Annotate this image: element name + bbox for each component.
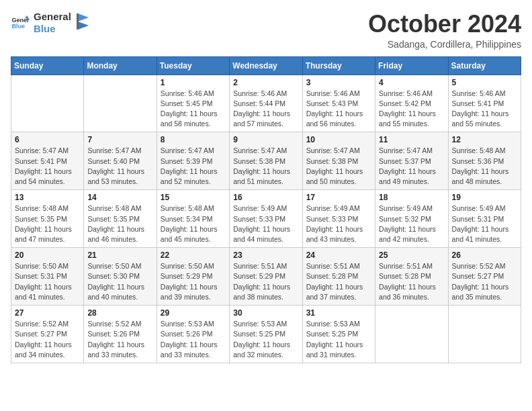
- day-number: 26: [452, 250, 517, 260]
- page-subtitle: Sadanga, Cordillera, Philippines: [368, 39, 521, 50]
- day-number: 22: [161, 250, 226, 260]
- calendar-cell: [84, 75, 157, 132]
- svg-marker-4: [78, 13, 89, 21]
- calendar-cell: 22Sunrise: 5:50 AMSunset: 5:29 PMDayligh…: [157, 248, 229, 306]
- day-number: 6: [15, 135, 80, 144]
- calendar-cell: 26Sunrise: 5:52 AMSunset: 5:27 PMDayligh…: [448, 248, 521, 306]
- column-header-monday: Monday: [84, 56, 157, 75]
- calendar-cell: 21Sunrise: 5:50 AMSunset: 5:30 PMDayligh…: [84, 248, 157, 306]
- calendar-cell: 3Sunrise: 5:46 AMSunset: 5:43 PMDaylight…: [302, 75, 375, 132]
- calendar-table: SundayMondayTuesdayWednesdayThursdayFrid…: [11, 56, 521, 363]
- logo-flag-icon: [75, 12, 90, 31]
- day-number: 2: [233, 78, 298, 87]
- day-info: Sunrise: 5:53 AMSunset: 5:25 PMDaylight:…: [233, 319, 298, 360]
- calendar-cell: 11Sunrise: 5:47 AMSunset: 5:37 PMDayligh…: [375, 132, 448, 190]
- column-header-tuesday: Tuesday: [157, 56, 229, 75]
- calendar-cell: 27Sunrise: 5:52 AMSunset: 5:27 PMDayligh…: [11, 306, 84, 363]
- calendar-header: SundayMondayTuesdayWednesdayThursdayFrid…: [11, 56, 521, 75]
- calendar-cell: 30Sunrise: 5:53 AMSunset: 5:25 PMDayligh…: [230, 306, 302, 363]
- day-info: Sunrise: 5:47 AMSunset: 5:38 PMDaylight:…: [233, 146, 298, 187]
- title-block: October 2024 Sadanga, Cordillera, Philip…: [368, 11, 521, 50]
- day-info: Sunrise: 5:46 AMSunset: 5:42 PMDaylight:…: [379, 89, 444, 130]
- day-number: 31: [306, 308, 371, 318]
- calendar-cell: [448, 306, 521, 363]
- calendar-cell: [375, 306, 448, 363]
- day-number: 19: [452, 193, 517, 202]
- column-header-thursday: Thursday: [302, 56, 375, 75]
- svg-marker-5: [78, 21, 89, 30]
- day-number: 25: [379, 250, 444, 260]
- week-row-2: 6Sunrise: 5:47 AMSunset: 5:41 PMDaylight…: [11, 132, 521, 190]
- calendar-cell: 8Sunrise: 5:47 AMSunset: 5:39 PMDaylight…: [157, 132, 229, 190]
- day-number: 9: [233, 135, 298, 144]
- day-info: Sunrise: 5:51 AMSunset: 5:29 PMDaylight:…: [233, 261, 298, 302]
- day-info: Sunrise: 5:47 AMSunset: 5:40 PMDaylight:…: [87, 146, 152, 187]
- calendar-cell: 31Sunrise: 5:53 AMSunset: 5:25 PMDayligh…: [302, 306, 375, 363]
- day-number: 3: [306, 78, 371, 87]
- page-title: October 2024: [368, 11, 521, 38]
- day-info: Sunrise: 5:47 AMSunset: 5:37 PMDaylight:…: [379, 146, 444, 187]
- day-number: 14: [87, 193, 152, 202]
- column-header-sunday: Sunday: [11, 56, 84, 75]
- week-row-4: 20Sunrise: 5:50 AMSunset: 5:31 PMDayligh…: [11, 248, 521, 306]
- calendar-cell: 13Sunrise: 5:48 AMSunset: 5:35 PMDayligh…: [11, 190, 84, 248]
- calendar-cell: 1Sunrise: 5:46 AMSunset: 5:45 PMDaylight…: [157, 75, 229, 132]
- day-info: Sunrise: 5:47 AMSunset: 5:39 PMDaylight:…: [161, 146, 226, 187]
- logo-text-general: General: [34, 11, 71, 23]
- calendar-cell: 25Sunrise: 5:51 AMSunset: 5:28 PMDayligh…: [375, 248, 448, 306]
- day-number: 10: [306, 135, 371, 144]
- day-info: Sunrise: 5:52 AMSunset: 5:27 PMDaylight:…: [15, 319, 80, 360]
- day-info: Sunrise: 5:48 AMSunset: 5:35 PMDaylight:…: [15, 203, 80, 244]
- day-info: Sunrise: 5:48 AMSunset: 5:36 PMDaylight:…: [452, 146, 517, 187]
- calendar-cell: 6Sunrise: 5:47 AMSunset: 5:41 PMDaylight…: [11, 132, 84, 190]
- day-number: 21: [87, 250, 152, 260]
- day-info: Sunrise: 5:46 AMSunset: 5:44 PMDaylight:…: [233, 89, 298, 130]
- logo-text-blue: Blue: [34, 23, 71, 35]
- calendar-cell: 18Sunrise: 5:49 AMSunset: 5:32 PMDayligh…: [375, 190, 448, 248]
- calendar-cell: 9Sunrise: 5:47 AMSunset: 5:38 PMDaylight…: [230, 132, 302, 190]
- day-number: 17: [306, 193, 371, 202]
- day-number: 4: [379, 78, 444, 87]
- svg-rect-6: [77, 13, 79, 30]
- day-number: 8: [161, 135, 226, 144]
- calendar-cell: 10Sunrise: 5:47 AMSunset: 5:38 PMDayligh…: [302, 132, 375, 190]
- calendar-body: 1Sunrise: 5:46 AMSunset: 5:45 PMDaylight…: [11, 75, 521, 363]
- calendar-cell: [11, 75, 84, 132]
- calendar-cell: 17Sunrise: 5:49 AMSunset: 5:33 PMDayligh…: [302, 190, 375, 248]
- day-info: Sunrise: 5:46 AMSunset: 5:45 PMDaylight:…: [161, 89, 226, 130]
- calendar-cell: 12Sunrise: 5:48 AMSunset: 5:36 PMDayligh…: [448, 132, 521, 190]
- column-header-wednesday: Wednesday: [230, 56, 302, 75]
- logo-icon: General Blue: [11, 13, 30, 32]
- day-info: Sunrise: 5:53 AMSunset: 5:26 PMDaylight:…: [161, 319, 226, 360]
- day-number: 1: [161, 78, 226, 87]
- day-info: Sunrise: 5:51 AMSunset: 5:28 PMDaylight:…: [379, 261, 444, 302]
- calendar-cell: 19Sunrise: 5:49 AMSunset: 5:31 PMDayligh…: [448, 190, 521, 248]
- day-info: Sunrise: 5:46 AMSunset: 5:41 PMDaylight:…: [452, 89, 517, 130]
- column-header-saturday: Saturday: [448, 56, 521, 75]
- day-number: 27: [15, 308, 80, 318]
- day-number: 12: [452, 135, 517, 144]
- day-number: 24: [306, 250, 371, 260]
- day-info: Sunrise: 5:52 AMSunset: 5:27 PMDaylight:…: [452, 261, 517, 302]
- day-number: 7: [87, 135, 152, 144]
- calendar-cell: 4Sunrise: 5:46 AMSunset: 5:42 PMDaylight…: [375, 75, 448, 132]
- page-header: General Blue General Blue October 2024 S…: [11, 11, 521, 50]
- day-number: 23: [233, 250, 298, 260]
- calendar-cell: 20Sunrise: 5:50 AMSunset: 5:31 PMDayligh…: [11, 248, 84, 306]
- week-row-3: 13Sunrise: 5:48 AMSunset: 5:35 PMDayligh…: [11, 190, 521, 248]
- calendar-cell: 15Sunrise: 5:48 AMSunset: 5:34 PMDayligh…: [157, 190, 229, 248]
- week-row-5: 27Sunrise: 5:52 AMSunset: 5:27 PMDayligh…: [11, 306, 521, 363]
- calendar-cell: 14Sunrise: 5:48 AMSunset: 5:35 PMDayligh…: [84, 190, 157, 248]
- calendar-cell: 29Sunrise: 5:53 AMSunset: 5:26 PMDayligh…: [157, 306, 229, 363]
- day-info: Sunrise: 5:48 AMSunset: 5:34 PMDaylight:…: [161, 203, 226, 244]
- day-number: 15: [161, 193, 226, 202]
- day-number: 11: [379, 135, 444, 144]
- day-info: Sunrise: 5:50 AMSunset: 5:30 PMDaylight:…: [87, 261, 152, 302]
- day-info: Sunrise: 5:49 AMSunset: 5:33 PMDaylight:…: [233, 203, 298, 244]
- calendar-cell: 16Sunrise: 5:49 AMSunset: 5:33 PMDayligh…: [230, 190, 302, 248]
- calendar-cell: 5Sunrise: 5:46 AMSunset: 5:41 PMDaylight…: [448, 75, 521, 132]
- day-info: Sunrise: 5:50 AMSunset: 5:29 PMDaylight:…: [161, 261, 226, 302]
- day-info: Sunrise: 5:46 AMSunset: 5:43 PMDaylight:…: [306, 89, 371, 130]
- calendar-cell: 7Sunrise: 5:47 AMSunset: 5:40 PMDaylight…: [84, 132, 157, 190]
- day-number: 30: [233, 308, 298, 318]
